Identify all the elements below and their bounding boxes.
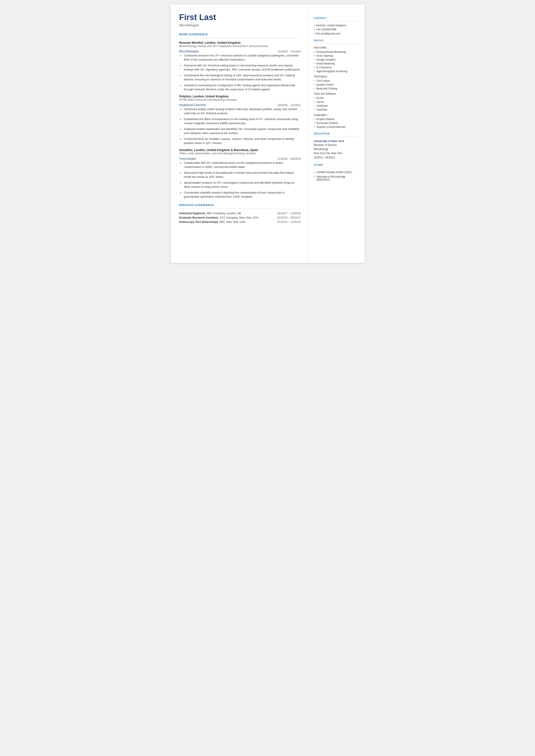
- employer-name-3: Growthsi, London, United Kingdom & Barce…: [179, 148, 301, 152]
- job-header-1: Microbiologist 01/2022 – Present: [179, 49, 301, 53]
- job-block-1: Resume Worded, London, United Kingdom Bi…: [179, 41, 301, 92]
- tool-2: Canva: [314, 100, 359, 103]
- hard-skill-3: Google Analytics: [314, 58, 359, 61]
- edu-location: New York City, New York: [314, 151, 359, 155]
- bullet-item: Collaborated with 20+ multinational team…: [180, 161, 301, 169]
- job-bullets-3: Collaborated with 20+ multinational team…: [179, 161, 301, 199]
- technique-2: Quality Control: [314, 83, 359, 86]
- job-dates-3: 11/2018 – 09/2019: [277, 157, 300, 160]
- contact-email: first.last@gmail.com: [314, 32, 359, 35]
- other-2: Specialist in Microbiology (SM(ASCP): [314, 175, 359, 181]
- contact-address: Durham, United Kingdom: [314, 24, 359, 27]
- job-dates-2: 10/2019 – 12/2021: [277, 103, 300, 107]
- employer-desc-1: Biotechnology startup with 50+ employees…: [179, 44, 301, 48]
- contact-phone: +44 1234567890: [314, 28, 359, 31]
- bullet-item: Partnered with 22+ technical writing tea…: [180, 63, 301, 72]
- techniques-label: Techniques:: [314, 75, 359, 78]
- job-bullets-2: Performed quality control testing of ble…: [179, 107, 301, 145]
- bullet-item: Established the effect of temperature on…: [180, 117, 301, 126]
- edu-field: Microbiology: [314, 147, 359, 151]
- other-1: Certified Quality Auditor (CQA): [314, 171, 359, 174]
- job-block-2: Polyhire, London, United Kingdom NYSE-li…: [179, 95, 301, 145]
- hard-skill-1: Environmental Monitoring: [314, 50, 359, 53]
- bullet-item: Conducted tests for metallics, arsenic, …: [180, 137, 301, 145]
- job-title-1: Microbiologist: [179, 49, 199, 53]
- hard-skills-label: Hard Skills:: [314, 46, 359, 49]
- candidate-title: Microbiologist: [179, 23, 301, 27]
- job-block-3: Growthsi, London, United Kingdom & Barce…: [179, 148, 301, 199]
- job-bullets-1: Conducted research into 37+ chemical sol…: [179, 53, 301, 92]
- tool-1: ELISA: [314, 97, 359, 99]
- work-experience-divider: [179, 38, 301, 38]
- tool-4: TreeView: [314, 108, 359, 111]
- job-title-2: Analytical Chemist: [179, 103, 206, 107]
- employer-desc-3: Offers mold, photovoltaic, and microbiol…: [179, 152, 301, 155]
- job-title-3: Toxicologist: [179, 157, 196, 160]
- work-experience-heading: WORK EXPERIENCE: [179, 33, 301, 36]
- right-column: CONTACT Durham, United Kingdom +44 12345…: [309, 4, 365, 263]
- language-2: Romanian (Native): [314, 122, 359, 125]
- education-heading: EDUCATION: [314, 132, 359, 135]
- hard-skill-6: High-throughput Screening: [314, 70, 359, 73]
- hard-skill-4: Email Marketing: [314, 62, 359, 65]
- prev-job-row-3: Endoscopy Tech (Internship), ABC, New Yo…: [179, 220, 301, 223]
- job-dates-1: 01/2022 – Present: [278, 50, 300, 53]
- prev-job-dates-2: 01/2016 – 05/2017: [277, 216, 300, 219]
- edu-school: University of New York: [314, 139, 359, 143]
- technique-1: Cell Culture: [314, 79, 359, 82]
- bullet-item: Coordinated the microbiological testing …: [180, 73, 301, 82]
- job-header-2: Analytical Chemist 10/2019 – 12/2021: [179, 103, 301, 107]
- bullet-item: Coordinated scientific research depictin…: [180, 190, 301, 199]
- employer-name-2: Polyhire, London, United Kingdom: [179, 95, 301, 98]
- prev-job-label-2: Graduate Research Assistant, XYZ Company…: [179, 216, 273, 219]
- bullet-item: Analyzed treated wastewater and identifi…: [180, 127, 301, 135]
- prev-job-dates-3: 07/2014 – 12/2015: [277, 220, 300, 223]
- tools-label: Tools and Software:: [314, 92, 359, 95]
- prev-job-dates-1: 06/2017 – 10/2018: [277, 211, 300, 215]
- bullet-item: Spearheaded research on 55+ carcinogenic…: [180, 181, 301, 189]
- tool-3: CellQuest: [314, 104, 359, 107]
- employer-name-1: Resume Worded, London, United Kingdom: [179, 41, 301, 44]
- bullet-item: Performed quality control testing of ble…: [180, 107, 301, 116]
- employer-desc-2: NYSE-listed chemical manufacturing compa…: [179, 98, 301, 101]
- prev-experience-heading: PREVIOUS EXPERIENCE: [179, 204, 301, 207]
- edu-dates: 10/2011 - 06/2014: [314, 155, 359, 160]
- resume-container: First Last Microbiologist WORK EXPERIENC…: [171, 4, 365, 263]
- prev-job-label-1: Industrial Hygienist, ABC Company, Londo…: [179, 211, 273, 215]
- prev-job-row-1: Industrial Hygienist, ABC Company, Londo…: [179, 211, 301, 215]
- candidate-name: First Last: [179, 13, 301, 22]
- prev-job-label-3: Endoscopy Tech (Internship), ABC, New Yo…: [179, 220, 273, 223]
- hard-skill-5: E-Commerce: [314, 66, 359, 69]
- bullet-item: Conducted research into 37+ chemical sol…: [180, 53, 301, 62]
- hard-skill-2: Gram Staining: [314, 54, 359, 57]
- prev-job-row-2: Graduate Research Assistant, XYZ Company…: [179, 216, 301, 219]
- job-header-3: Toxicologist 11/2018 – 09/2019: [179, 157, 301, 160]
- contact-heading: CONTACT: [314, 17, 359, 19]
- language-1: English (Native): [314, 118, 359, 121]
- languages-label: Languages:: [314, 113, 359, 116]
- bullet-item: Assisted in overseeing the configuration…: [180, 83, 301, 92]
- left-column: First Last Microbiologist WORK EXPERIENC…: [171, 4, 309, 263]
- language-3: Spanish (Conversational): [314, 126, 359, 128]
- skills-heading: SKILLS: [314, 39, 359, 42]
- other-heading: OTHER: [314, 164, 359, 166]
- contact-divider: [314, 21, 359, 21]
- technique-3: Molecular Cloning: [314, 87, 359, 90]
- edu-degree: Bachelor of Science: [314, 143, 359, 147]
- skills-divider: [314, 43, 359, 43]
- bullet-item: Discovered high levels of formaldehyde i…: [180, 171, 301, 179]
